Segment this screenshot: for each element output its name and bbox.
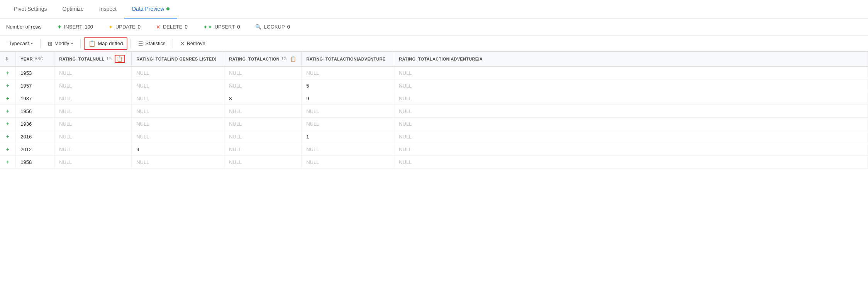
row-add-button[interactable]: + — [5, 121, 11, 127]
tab-inspect[interactable]: Inspect — [92, 0, 124, 19]
cell-rating-no-genres: NULL — [132, 105, 224, 118]
cell-rating-totalnull: NULL — [54, 156, 132, 169]
insert-label: INSERT — [64, 24, 82, 30]
row-add-button[interactable]: + — [5, 83, 11, 89]
cell-rating-adv: NULL — [302, 118, 394, 130]
cell-year: 1936 — [16, 118, 54, 130]
data-preview-active-dot — [166, 7, 170, 10]
modify-button[interactable]: ⊞ Modify ▾ — [44, 38, 77, 49]
cell-rating-adv: 1 — [302, 130, 394, 143]
typecast-button[interactable]: Typecast ▾ — [5, 38, 37, 49]
remove-label: Remove — [186, 40, 205, 46]
table-row: + 1956 NULL NULL NULL NULL NULL — [0, 105, 868, 118]
col-header-sort: ⇕ — [0, 52, 16, 66]
cell-rating-adv2: NULL — [394, 130, 868, 143]
upsert-label: UPSERT — [215, 24, 235, 30]
cell-year: 2012 — [16, 143, 54, 156]
remove-button[interactable]: ✕ Remove — [176, 38, 209, 49]
statistics-button[interactable]: ☰ Statistics — [134, 38, 170, 49]
row-add-button[interactable]: + — [5, 159, 11, 165]
col-header-rating-totalnull: RATING_TOTALNULL 12↓ 📋 — [54, 52, 132, 66]
cell-rating-adv2: NULL — [394, 79, 868, 92]
cell-rating-totalnull: NULL — [54, 105, 132, 118]
row-add-button[interactable]: + — [5, 133, 11, 140]
cell-rating-totalaction: NULL — [224, 130, 302, 143]
update-stat: ✦ UPDATE 0 — [108, 24, 141, 30]
cell-rating-adv2: NULL — [394, 118, 868, 130]
cell-rating-no-genres: NULL — [132, 118, 224, 130]
stats-bar: Number of rows ✦ INSERT 100 ✦ UPDATE 0 ✕… — [0, 19, 868, 35]
row-add-cell[interactable]: + — [0, 66, 16, 79]
tab-bar: Pivot Settings Optimize Inspect Data Pre… — [0, 0, 868, 19]
modify-caret-icon: ▾ — [71, 41, 73, 46]
table-header-row: ⇕ YEAR abc RATING_TOTALNULL 12↓ 📋 — [0, 52, 868, 66]
row-add-button[interactable]: + — [5, 95, 11, 101]
rating-no-genres-label: RATING_TOTAL(NO GENRES LISTED) — [136, 57, 217, 61]
table-row: + 1958 NULL NULL NULL NULL NULL — [0, 156, 868, 169]
col-header-rating-no-genres: RATING_TOTAL(NO GENRES LISTED) — [132, 52, 224, 66]
map-drifted-label: Map drifted — [98, 40, 123, 46]
col-header-rating-adv2: RATING_TOTALACTION|ADVENTURE|A — [394, 52, 868, 66]
map-drifted-button[interactable]: 📋 Map drifted — [84, 37, 127, 50]
cell-rating-totalaction: NULL — [224, 79, 302, 92]
delete-count: 0 — [185, 24, 187, 30]
cell-year: 1956 — [16, 105, 54, 118]
tab-pivot-settings[interactable]: Pivot Settings — [6, 0, 55, 19]
row-add-cell[interactable]: + — [0, 118, 16, 130]
row-add-cell[interactable]: + — [0, 105, 16, 118]
typecast-label: Typecast — [9, 40, 29, 46]
delete-icon: ✕ — [156, 24, 161, 30]
table-row: + 2012 NULL 9 NULL NULL NULL — [0, 143, 868, 156]
cell-rating-totalnull: NULL — [54, 66, 132, 79]
cell-year: 1953 — [16, 66, 54, 79]
statistics-label: Statistics — [145, 40, 165, 46]
map-drifted-col2-icon[interactable]: 📋 — [290, 56, 296, 62]
row-add-button[interactable]: + — [5, 70, 11, 76]
cell-rating-totalnull: NULL — [54, 130, 132, 143]
rating-totalaction-type: 12↓ — [281, 57, 288, 61]
toolbar-separator-1 — [40, 39, 41, 48]
sort-arrows-icon[interactable]: ⇕ — [5, 56, 8, 62]
row-add-button[interactable]: + — [5, 146, 11, 152]
update-icon: ✦ — [108, 24, 113, 30]
num-rows-label: Number of rows — [6, 24, 42, 30]
col-header-rating-adv: RATING_TOTALACTION|ADVENTURE — [302, 52, 394, 66]
tab-optimize-label: Optimize — [63, 6, 84, 12]
year-type-badge: abc — [35, 57, 43, 61]
toolbar: Typecast ▾ ⊞ Modify ▾ 📋 Map drifted ☰ St… — [0, 35, 868, 52]
table-row: + 2016 NULL NULL NULL 1 NULL — [0, 130, 868, 143]
row-add-cell[interactable]: + — [0, 79, 16, 92]
table-row: + 1987 NULL NULL 8 9 NULL — [0, 92, 868, 105]
year-col-label: YEAR — [20, 57, 33, 61]
upsert-stat: ✦✦ UPSERT 0 — [203, 24, 240, 30]
tab-data-preview[interactable]: Data Preview — [124, 0, 177, 19]
cell-rating-adv2: NULL — [394, 92, 868, 105]
cell-rating-adv: NULL — [302, 105, 394, 118]
tab-inspect-label: Inspect — [99, 6, 117, 12]
cell-rating-no-genres: NULL — [132, 92, 224, 105]
cell-rating-totalaction: NULL — [224, 143, 302, 156]
cell-rating-totalnull: NULL — [54, 143, 132, 156]
cell-rating-totalnull: NULL — [54, 79, 132, 92]
map-drifted-col-icon[interactable]: 📋 — [115, 55, 125, 63]
cell-rating-adv2: NULL — [394, 143, 868, 156]
insert-icon: ✦ — [57, 24, 62, 30]
map-drifted-icon: 📋 — [88, 40, 96, 47]
cell-rating-adv2: NULL — [394, 66, 868, 79]
modify-label: Modify — [54, 40, 69, 46]
tab-optimize[interactable]: Optimize — [55, 0, 92, 19]
row-add-button[interactable]: + — [5, 108, 11, 114]
row-add-cell[interactable]: + — [0, 143, 16, 156]
row-add-cell[interactable]: + — [0, 130, 16, 143]
row-add-cell[interactable]: + — [0, 156, 16, 169]
cell-year: 2016 — [16, 130, 54, 143]
data-table-container: ⇕ YEAR abc RATING_TOTALNULL 12↓ 📋 — [0, 52, 868, 285]
delete-label: DELETE — [163, 24, 183, 30]
row-add-cell[interactable]: + — [0, 92, 16, 105]
update-label: UPDATE — [115, 24, 136, 30]
remove-icon: ✕ — [180, 40, 185, 46]
statistics-icon: ☰ — [138, 40, 143, 47]
cell-rating-adv2: NULL — [394, 156, 868, 169]
upsert-icon: ✦✦ — [203, 24, 212, 30]
modify-icon: ⊞ — [48, 40, 53, 47]
